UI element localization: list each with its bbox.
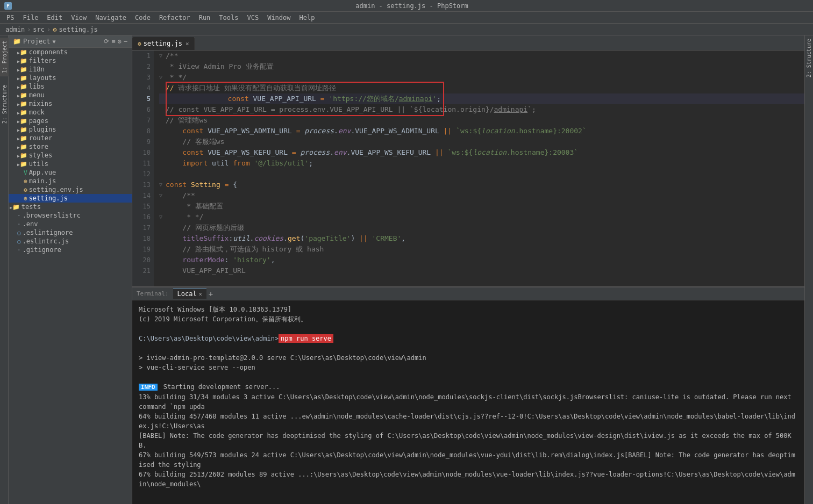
tab-close-button[interactable]: × <box>186 40 189 47</box>
tree-item-store[interactable]: 📁 store <box>9 142 132 151</box>
tree-item-eslintignore[interactable]: ○ .eslintignore <box>9 228 132 237</box>
sync-icon[interactable]: ⟳ <box>104 38 109 45</box>
tab-file-icon: ⚙ <box>138 40 141 47</box>
item-label: mock <box>29 109 45 116</box>
menu-file[interactable]: File <box>18 13 42 23</box>
menu-window[interactable]: Window <box>263 13 295 23</box>
menu-help[interactable]: Help <box>295 13 319 23</box>
terminal-add-button[interactable]: + <box>209 290 213 298</box>
tree-item-libs[interactable]: 📁 libs <box>9 82 132 91</box>
folder-icon: 📁 <box>20 66 27 73</box>
app-icon: P <box>4 2 12 10</box>
tree-item-plugins[interactable]: 📁 plugins <box>9 125 132 134</box>
breadcrumb-src[interactable]: src <box>33 26 45 33</box>
code-line-2: * iView Admin Pro 业务配置 <box>159 61 804 72</box>
terminal-tab-local[interactable]: Local × <box>173 289 206 299</box>
line-num-4: 4 <box>132 83 151 93</box>
minimize-icon[interactable]: − <box>124 38 127 45</box>
code-content[interactable]: ▽ /** * iView Admin Pro 业务配置 ▽ * */ <box>154 51 804 286</box>
tree-item-gitignore[interactable]: · .gitignore <box>9 246 132 254</box>
tree-item-eslintrcjs[interactable]: ○ .eslintrc.js <box>9 237 132 246</box>
tree-item-filters[interactable]: 📁 filters <box>9 56 132 65</box>
settings-icon[interactable] <box>118 38 122 45</box>
window-title: admin - setting.js - PhpStorm <box>15 2 809 10</box>
fold-14[interactable]: ▽ <box>159 190 165 201</box>
line-num-15: 15 <box>132 201 151 212</box>
tab-label: setting.js <box>144 40 182 47</box>
term-line-blank3 <box>139 372 798 382</box>
tree-item-mock[interactable]: 📁 mock <box>9 108 132 117</box>
item-label: .eslintignore <box>23 229 73 236</box>
project-header: 📁 Project ▼ ⟳ ≡ − <box>9 35 132 48</box>
line-num-13: 13 <box>132 179 151 190</box>
item-label: App.vue <box>29 169 56 176</box>
tree-item-tests[interactable]: 📁 tests <box>9 203 132 211</box>
tree-item-utils[interactable]: 📁 utils <box>9 160 132 168</box>
tree-item-router[interactable]: 📁 router <box>9 134 132 142</box>
menu-navigate[interactable]: Navigate <box>91 13 131 23</box>
folder-icon: 📁 <box>20 75 27 82</box>
fold-13[interactable]: ▽ <box>159 179 165 190</box>
term-line-10: 67% building 2513/2602 modules 89 active… <box>139 470 798 489</box>
collapse-icon[interactable]: ≡ <box>111 38 115 45</box>
project-title: Project <box>23 38 51 45</box>
menu-refactor[interactable]: Refactor <box>155 13 195 23</box>
term-line-blank <box>139 324 798 334</box>
folder-icon: 📁 <box>20 161 27 168</box>
fold-1[interactable]: ▽ <box>159 51 165 61</box>
line-num-21: 21 <box>132 265 151 276</box>
tree-item-appvue[interactable]: V App.vue <box>9 168 132 177</box>
menu-view[interactable]: View <box>67 13 91 23</box>
vue-icon: V <box>24 169 27 176</box>
fold-16[interactable]: ▽ <box>159 212 165 222</box>
fold-3[interactable]: ▽ <box>159 72 165 83</box>
term-line-blank2 <box>139 343 798 353</box>
terminal-content[interactable]: Microsoft Windows [版本 10.0.18363.1379] (… <box>132 300 804 504</box>
project-dropdown-icon[interactable]: ▼ <box>53 39 56 45</box>
structure-tab[interactable]: 2: Structure <box>0 82 9 127</box>
tree-item-env[interactable]: · .env <box>9 220 132 228</box>
editor-tab-settingjs[interactable]: ⚙ setting.js × <box>132 37 195 50</box>
tree-item-styles[interactable]: 📁 styles <box>9 151 132 160</box>
line-num-17: 17 <box>132 222 151 233</box>
menu-code[interactable]: Code <box>131 13 155 23</box>
tree-item-settingenvjs[interactable]: ⚙ setting.env.js <box>9 185 132 194</box>
file-tree: 📁 components 📁 filters 📁 i18n 📁 layouts <box>9 48 132 504</box>
left-panel-tabs: 1: Project 2: Structure <box>0 35 9 504</box>
folder-icon: 📁 <box>20 135 27 142</box>
menu-edit[interactable]: Edit <box>42 13 67 23</box>
tree-item-mainjs[interactable]: ⚙ main.js <box>9 177 132 185</box>
item-label: filters <box>29 57 56 64</box>
term-line-1: Microsoft Windows [版本 10.0.18363.1379] <box>139 305 798 314</box>
breadcrumb-admin[interactable]: admin <box>5 26 25 33</box>
tree-item-layouts[interactable]: 📁 layouts <box>9 74 132 82</box>
dot-icon: · <box>17 247 21 254</box>
line-num-3: 3 <box>132 72 151 83</box>
tree-item-browserslistrc[interactable]: · .browserslistrc <box>9 211 132 220</box>
menu-ps[interactable]: PS <box>2 13 18 23</box>
menu-vcs[interactable]: VCS <box>243 13 263 23</box>
breadcrumb: admin › src › ⚙ setting.js <box>0 24 813 35</box>
terminal-label: Terminal: <box>137 290 169 297</box>
project-tab[interactable]: 1: Project <box>0 38 9 76</box>
terminal-close[interactable]: × <box>199 291 202 297</box>
tree-item-i18n[interactable]: 📁 i18n <box>9 65 132 74</box>
tree-item-pages[interactable]: 📁 pages <box>9 117 132 125</box>
tree-item-settingjs[interactable]: ⚙ setting.js <box>9 194 132 203</box>
item-label: i18n <box>29 66 45 73</box>
eslint-icon: ○ <box>17 238 21 245</box>
menu-run[interactable]: Run <box>195 13 215 23</box>
structure-label[interactable]: 2: Structure <box>805 35 813 81</box>
breadcrumb-file[interactable]: setting.js <box>59 26 98 33</box>
tree-item-components[interactable]: 📁 components <box>9 48 132 56</box>
code-line-19: // 路由模式，可选值为 history 或 hash <box>159 244 804 255</box>
folder-icon: 📁 <box>12 204 20 211</box>
term-line-9: 67% building 549/573 modules 24 active C… <box>139 450 798 470</box>
line-num-2: 2 <box>132 61 151 72</box>
term-line-4: > iview-admin-pro-template@2.0.0 serve C… <box>139 353 798 363</box>
tree-item-menu[interactable]: 📁 menu <box>9 91 132 99</box>
menu-tools[interactable]: Tools <box>215 13 243 23</box>
code-editor: 1 2 3 4 5 6 7 8 9 10 11 12 13 14 15 16 1 <box>132 51 804 286</box>
tree-item-mixins[interactable]: 📁 mixins <box>9 99 132 108</box>
tab-bar: ⚙ setting.js × <box>132 35 804 51</box>
